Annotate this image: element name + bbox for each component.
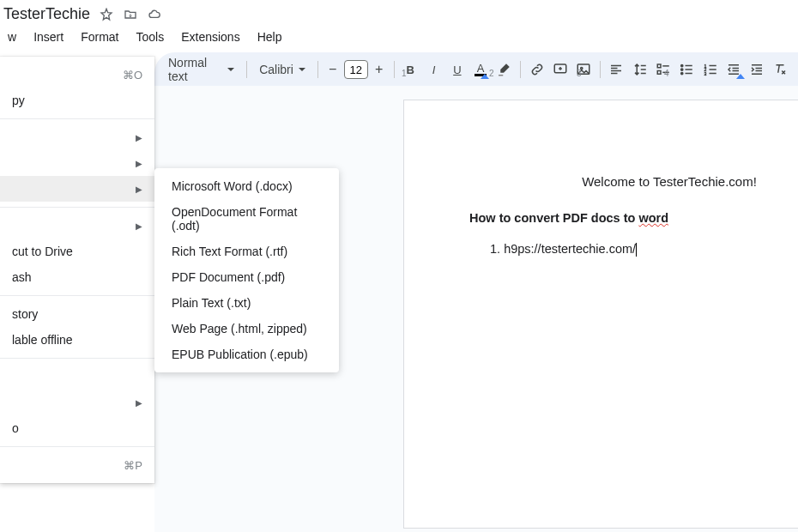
download-html[interactable]: Web Page (.html, zipped) bbox=[154, 316, 339, 342]
menu-separator bbox=[0, 446, 154, 447]
download-txt[interactable]: Plain Text (.txt) bbox=[154, 290, 339, 316]
spellcheck-underline: word bbox=[638, 211, 668, 225]
menu-separator bbox=[0, 358, 154, 359]
file-menu-details[interactable] bbox=[0, 364, 154, 390]
document-heading[interactable]: Welcome to TesterTechie.com! bbox=[469, 174, 798, 189]
file-menu-move-trash[interactable]: ash bbox=[0, 264, 154, 290]
right-indent-marker-icon[interactable] bbox=[736, 74, 745, 82]
font-size-control: − + bbox=[323, 59, 389, 80]
submenu-arrow-icon: ▶ bbox=[136, 184, 142, 194]
indent-marker-icon[interactable] bbox=[481, 74, 489, 82]
menubar: w Insert Format Tools Extensions Help bbox=[0, 25, 798, 52]
file-menu-version-history[interactable]: story bbox=[0, 301, 154, 327]
text-cursor bbox=[636, 243, 637, 257]
file-menu-rename[interactable]: ▶ bbox=[0, 213, 154, 239]
file-menu-share[interactable]: ▶ bbox=[0, 124, 154, 150]
download-odt[interactable]: OpenDocument Format (.odt) bbox=[154, 199, 339, 239]
file-menu-dropdown: ⌘O py ▶ ▶ ▶ ▶ cut to Drive ash story lab… bbox=[0, 57, 154, 483]
menu-insert[interactable]: Insert bbox=[26, 27, 71, 47]
file-menu-language[interactable]: ▶ bbox=[0, 390, 154, 415]
star-icon[interactable] bbox=[99, 7, 114, 22]
file-menu-email[interactable]: ▶ bbox=[0, 150, 154, 176]
file-menu-print[interactable]: ⌘P bbox=[0, 452, 154, 478]
document-numbered-list[interactable]: h9ps://testertechie.com/ bbox=[469, 242, 798, 257]
toolbar-separator bbox=[246, 61, 247, 78]
download-submenu: Microsoft Word (.docx) OpenDocument Form… bbox=[154, 168, 339, 372]
font-family-label: Calibri bbox=[259, 63, 293, 76]
submenu-arrow-icon: ▶ bbox=[136, 221, 142, 231]
move-folder-icon[interactable] bbox=[123, 7, 138, 22]
submenu-arrow-icon: ▶ bbox=[136, 398, 142, 408]
menu-format[interactable]: Format bbox=[73, 27, 126, 47]
download-pdf[interactable]: PDF Document (.pdf) bbox=[154, 264, 339, 290]
file-menu-page-setup[interactable]: o bbox=[0, 415, 154, 441]
file-menu-download[interactable]: ▶ bbox=[0, 176, 154, 202]
document-subheading[interactable]: How to convert PDF docs to word bbox=[469, 211, 798, 225]
submenu-arrow-icon: ▶ bbox=[136, 133, 142, 142]
svg-rect-3 bbox=[657, 64, 661, 68]
paragraph-style-select[interactable]: Normal text bbox=[161, 57, 241, 82]
svg-point-5 bbox=[681, 64, 683, 66]
list-item[interactable]: h9ps://testertechie.com/ bbox=[490, 242, 798, 257]
chevron-down-icon bbox=[299, 68, 305, 71]
font-family-select[interactable]: Calibri bbox=[252, 57, 312, 82]
document-page[interactable]: Welcome to TesterTechie.com! How to conv… bbox=[403, 100, 798, 529]
menu-view[interactable]: w bbox=[0, 27, 24, 47]
submenu-arrow-icon: ▶ bbox=[136, 159, 142, 168]
download-epub[interactable]: EPUB Publication (.epub) bbox=[154, 342, 339, 367]
file-menu-available-offline[interactable]: lable offline bbox=[0, 327, 154, 353]
menu-tools[interactable]: Tools bbox=[128, 27, 172, 47]
file-menu-make-copy[interactable]: py bbox=[0, 88, 154, 113]
menu-extensions[interactable]: Extensions bbox=[173, 27, 247, 47]
shortcut-label: ⌘O bbox=[123, 69, 142, 82]
toolbar-separator bbox=[317, 61, 318, 78]
titlebar: TesterTechie bbox=[0, 0, 798, 25]
horizontal-ruler[interactable]: 1 2 3 4 bbox=[381, 69, 798, 86]
document-title[interactable]: TesterTechie bbox=[0, 5, 90, 23]
download-rtf[interactable]: Rich Text Format (.rtf) bbox=[154, 239, 339, 264]
menu-separator bbox=[0, 295, 154, 296]
menu-separator bbox=[0, 207, 154, 208]
download-docx[interactable]: Microsoft Word (.docx) bbox=[154, 173, 339, 199]
cloud-status-icon[interactable] bbox=[147, 7, 162, 22]
file-menu-add-shortcut[interactable]: cut to Drive bbox=[0, 239, 154, 264]
shortcut-label: ⌘P bbox=[124, 459, 142, 472]
font-size-decrease-button[interactable]: − bbox=[323, 59, 342, 80]
chevron-down-icon bbox=[227, 68, 234, 71]
menu-help[interactable]: Help bbox=[250, 27, 290, 47]
menu-separator bbox=[0, 118, 154, 119]
paragraph-style-label: Normal text bbox=[168, 56, 222, 83]
font-size-input[interactable] bbox=[344, 60, 368, 79]
file-menu-open[interactable]: ⌘O bbox=[0, 62, 154, 88]
